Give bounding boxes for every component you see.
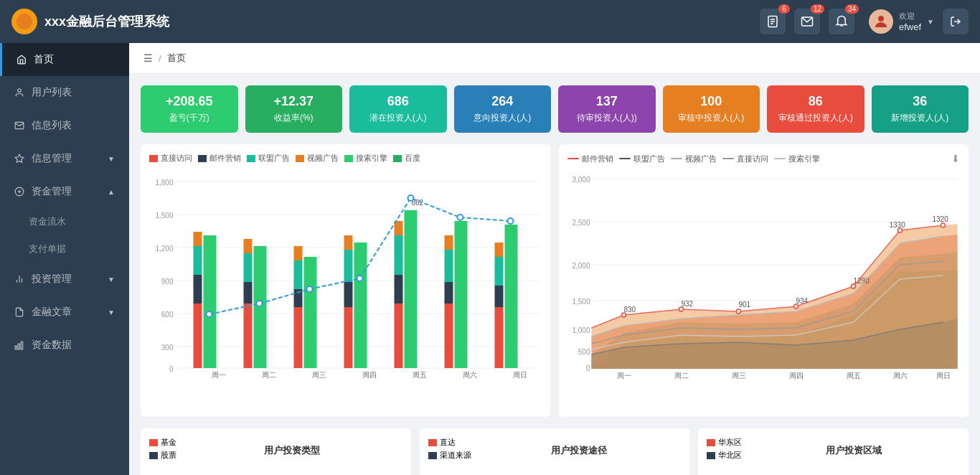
docs-icon xyxy=(766,15,779,28)
sidebar-payment-label: 支付单据 xyxy=(29,243,66,255)
svg-point-76 xyxy=(207,311,212,317)
legend2-search: 搜索引擎 xyxy=(774,154,820,164)
svg-point-120 xyxy=(852,284,856,288)
svg-point-116 xyxy=(622,313,626,317)
svg-text:周二: 周二 xyxy=(674,372,689,380)
user-menu[interactable]: 欢迎 efwef ▼ xyxy=(869,9,934,34)
svg-rect-71 xyxy=(495,307,504,368)
download-icon[interactable]: ⬇ xyxy=(951,153,960,164)
star-icon xyxy=(14,154,24,164)
legend-video-label: 视频广告 xyxy=(307,153,339,164)
svg-marker-108 xyxy=(592,224,958,369)
svg-text:周日: 周日 xyxy=(513,371,527,379)
bottom-legend-1: 基金 股票 xyxy=(149,437,176,461)
bottom-legend-2: 直达 渠道来源 xyxy=(428,437,471,461)
logout-btn[interactable] xyxy=(943,9,969,34)
svg-text:932: 932 xyxy=(682,300,694,308)
svg-text:周二: 周二 xyxy=(262,371,276,379)
area-chart-container: 邮件营销 联盟广告 视频广告 直接访问 xyxy=(559,144,969,417)
bell-icon-btn[interactable]: 34 xyxy=(829,9,854,34)
svg-rect-70 xyxy=(455,221,468,368)
north-color xyxy=(707,452,715,459)
sidebar-item-investment[interactable]: 投资管理 ▼ xyxy=(0,263,129,296)
sidebar-item-users[interactable]: 用户列表 xyxy=(0,76,129,109)
logout-icon xyxy=(950,16,961,27)
svg-text:周五: 周五 xyxy=(847,372,861,380)
chart-icon xyxy=(14,274,24,284)
chevron-down2-icon: ▼ xyxy=(108,276,115,283)
svg-rect-59 xyxy=(354,243,367,368)
legend-video: 视频广告 xyxy=(296,153,339,164)
legend-channel: 渠道来源 xyxy=(428,450,471,461)
svg-text:周日: 周日 xyxy=(936,372,951,380)
svg-text:0: 0 xyxy=(169,365,174,373)
username-text: efwef xyxy=(899,22,921,32)
docs-badge: 6 xyxy=(778,4,790,14)
main-content: ☰ / 首页 +208.65 盈亏(千万) +12.37 收益率(%) 686 … xyxy=(129,43,980,475)
svg-text:600: 600 xyxy=(161,311,174,319)
sidebar: 首页 用户列表 信息列表 信息管理 ▼ xyxy=(0,43,129,475)
svg-rect-46 xyxy=(244,282,253,304)
svg-rect-54 xyxy=(304,257,317,368)
app-title: xxx金融后台管理系统 xyxy=(44,13,760,30)
bottom-chart-1-title: 用户投资类型 xyxy=(182,444,402,457)
sidebar-item-messages[interactable]: 信息列表 xyxy=(0,109,129,142)
sidebar-item-data[interactable]: 资金数据 xyxy=(0,329,129,362)
svg-point-121 xyxy=(898,228,903,232)
svg-marker-9 xyxy=(15,154,24,162)
bar-chart-container: 直接访问 邮件营销 联盟广告 视频广告 xyxy=(141,144,550,417)
stat-card-3: 264 意向投资人(人) xyxy=(454,85,552,133)
svg-rect-16 xyxy=(15,346,17,349)
svg-point-119 xyxy=(794,304,798,309)
chevron-down-icon: ▼ xyxy=(108,155,115,163)
svg-rect-17 xyxy=(18,344,19,349)
svg-rect-72 xyxy=(495,286,504,307)
legend2-video-line xyxy=(671,158,682,159)
svg-rect-43 xyxy=(194,232,202,246)
legend2-search-label: 搜索引擎 xyxy=(788,154,820,164)
stat-value-6: 86 xyxy=(774,94,857,109)
svg-rect-68 xyxy=(445,250,453,282)
channel-color xyxy=(428,452,437,459)
legend-email: 邮件营销 xyxy=(198,153,241,164)
user-info: 欢迎 efwef xyxy=(899,11,921,32)
mail-icon-btn[interactable]: 12 xyxy=(794,9,820,34)
svg-point-77 xyxy=(257,301,263,306)
sidebar-item-home[interactable]: 首页 xyxy=(0,43,129,76)
svg-text:1,500: 1,500 xyxy=(572,298,590,306)
fund-label: 基金 xyxy=(161,437,176,448)
svg-text:901: 901 xyxy=(739,301,751,309)
svg-rect-52 xyxy=(294,260,303,289)
page-content: +208.65 盈亏(千万) +12.37 收益率(%) 686 潜在投资人(人… xyxy=(129,74,980,475)
legend2-direct-line xyxy=(722,158,734,159)
stock-label: 股票 xyxy=(161,450,176,461)
legend-stock: 股票 xyxy=(149,450,176,461)
sidebar-item-payment[interactable]: 支付单据 xyxy=(0,235,129,263)
home-icon xyxy=(17,55,27,65)
fund-color xyxy=(149,439,158,446)
svg-text:1,000: 1,000 xyxy=(572,326,590,334)
sidebar-item-info-mgmt[interactable]: 信息管理 ▼ xyxy=(0,142,129,175)
sidebar-messages-label: 信息列表 xyxy=(32,119,72,132)
stat-label-3: 意向投资人(人) xyxy=(461,112,545,124)
avatar xyxy=(869,9,893,34)
sidebar-item-funds[interactable]: 资金管理 ▲ xyxy=(0,175,129,208)
bottom-chart-2: 直达 渠道来源 用户投资途径 xyxy=(420,428,690,475)
svg-rect-18 xyxy=(21,342,22,349)
email-color xyxy=(198,155,207,162)
svg-rect-48 xyxy=(244,239,253,253)
sidebar-item-articles[interactable]: 金融文章 ▼ xyxy=(0,296,129,329)
legend2-direct-label: 直接访问 xyxy=(737,154,768,164)
svg-rect-62 xyxy=(395,235,403,275)
svg-rect-75 xyxy=(505,225,518,368)
legend-baidu-label: 百度 xyxy=(405,153,420,164)
legend2-search-line xyxy=(774,158,786,159)
sidebar-fundsflow-label: 资金流水 xyxy=(29,215,66,228)
svg-point-122 xyxy=(941,223,946,227)
svg-rect-42 xyxy=(194,246,202,275)
legend-email-label: 邮件营销 xyxy=(209,153,241,164)
docs-icon-btn[interactable]: 6 xyxy=(760,9,786,34)
area-chart-svg: 3,000 2,500 2,000 1,500 1,000 500 0 xyxy=(567,171,960,380)
svg-rect-60 xyxy=(395,304,403,368)
sidebar-item-funds-flow[interactable]: 资金流水 xyxy=(0,208,129,235)
